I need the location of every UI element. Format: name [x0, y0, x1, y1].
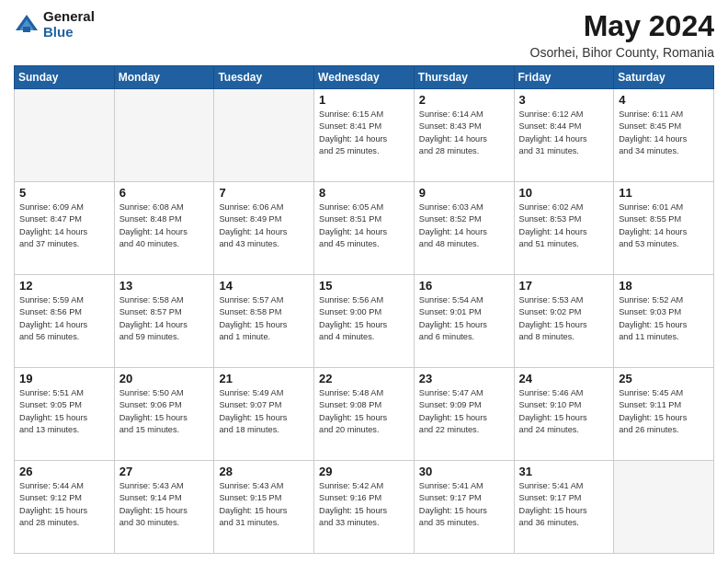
day-number: 19	[19, 372, 110, 385]
calendar-header-saturday: Saturday	[614, 66, 714, 89]
header: General Blue May 2024 Osorhei, Bihor Cou…	[14, 9, 714, 60]
day-info: Sunrise: 5:45 AM Sunset: 9:11 PM Dayligh…	[619, 387, 710, 436]
day-number: 12	[19, 279, 110, 293]
day-info: Sunrise: 5:58 AM Sunset: 8:57 PM Dayligh…	[119, 294, 210, 343]
calendar-cell: 11Sunrise: 6:01 AM Sunset: 8:55 PM Dayli…	[614, 182, 714, 275]
day-number: 24	[519, 372, 610, 385]
calendar-cell: 20Sunrise: 5:50 AM Sunset: 9:06 PM Dayli…	[114, 368, 214, 461]
logo-text: General Blue	[43, 9, 95, 40]
calendar-cell: 27Sunrise: 5:43 AM Sunset: 9:14 PM Dayli…	[114, 461, 214, 554]
day-info: Sunrise: 5:53 AM Sunset: 9:02 PM Dayligh…	[519, 294, 610, 343]
calendar-cell: 6Sunrise: 6:08 AM Sunset: 8:48 PM Daylig…	[114, 182, 214, 275]
calendar-cell: 5Sunrise: 6:09 AM Sunset: 8:47 PM Daylig…	[15, 182, 115, 275]
calendar-week-0: 1Sunrise: 6:15 AM Sunset: 8:41 PM Daylig…	[15, 89, 714, 182]
day-number: 5	[19, 186, 110, 200]
calendar-week-3: 19Sunrise: 5:51 AM Sunset: 9:05 PM Dayli…	[15, 368, 714, 461]
day-number: 17	[519, 279, 610, 293]
calendar-cell: 13Sunrise: 5:58 AM Sunset: 8:57 PM Dayli…	[114, 275, 214, 368]
day-number: 28	[219, 465, 310, 478]
day-info: Sunrise: 6:15 AM Sunset: 8:41 PM Dayligh…	[319, 109, 410, 157]
calendar-cell	[614, 461, 714, 554]
day-number: 18	[619, 279, 710, 293]
calendar-cell: 8Sunrise: 6:05 AM Sunset: 8:51 PM Daylig…	[314, 182, 415, 275]
calendar-cell: 22Sunrise: 5:48 AM Sunset: 9:08 PM Dayli…	[314, 368, 415, 461]
calendar-cell: 9Sunrise: 6:03 AM Sunset: 8:52 PM Daylig…	[414, 182, 514, 275]
svg-rect-2	[23, 27, 30, 32]
day-number: 20	[119, 372, 210, 385]
calendar-cell: 10Sunrise: 6:02 AM Sunset: 8:53 PM Dayli…	[514, 182, 614, 275]
calendar-cell: 25Sunrise: 5:45 AM Sunset: 9:11 PM Dayli…	[614, 368, 714, 461]
day-number: 11	[619, 186, 710, 200]
day-info: Sunrise: 5:52 AM Sunset: 9:03 PM Dayligh…	[619, 294, 710, 343]
day-info: Sunrise: 5:44 AM Sunset: 9:12 PM Dayligh…	[19, 480, 110, 529]
day-number: 21	[219, 372, 310, 385]
day-number: 25	[619, 372, 710, 385]
calendar-cell	[114, 89, 214, 182]
calendar-cell: 24Sunrise: 5:46 AM Sunset: 9:10 PM Dayli…	[514, 368, 614, 461]
day-info: Sunrise: 5:50 AM Sunset: 9:06 PM Dayligh…	[119, 387, 210, 436]
calendar-cell: 28Sunrise: 5:43 AM Sunset: 9:15 PM Dayli…	[214, 461, 314, 554]
day-info: Sunrise: 5:49 AM Sunset: 9:07 PM Dayligh…	[219, 387, 310, 436]
title-section: May 2024 Osorhei, Bihor County, Romania	[530, 9, 715, 60]
calendar-cell: 3Sunrise: 6:12 AM Sunset: 8:44 PM Daylig…	[514, 89, 614, 182]
day-info: Sunrise: 5:46 AM Sunset: 9:10 PM Dayligh…	[519, 387, 610, 436]
day-number: 6	[119, 186, 210, 200]
day-info: Sunrise: 5:54 AM Sunset: 9:01 PM Dayligh…	[419, 294, 510, 343]
calendar-cell: 30Sunrise: 5:41 AM Sunset: 9:17 PM Dayli…	[414, 461, 514, 554]
day-info: Sunrise: 5:42 AM Sunset: 9:16 PM Dayligh…	[319, 480, 410, 529]
day-number: 10	[519, 186, 610, 200]
day-info: Sunrise: 6:06 AM Sunset: 8:49 PM Dayligh…	[219, 201, 310, 250]
day-info: Sunrise: 5:47 AM Sunset: 9:09 PM Dayligh…	[419, 387, 510, 436]
day-info: Sunrise: 5:57 AM Sunset: 8:58 PM Dayligh…	[219, 294, 310, 343]
calendar-cell: 21Sunrise: 5:49 AM Sunset: 9:07 PM Dayli…	[214, 368, 314, 461]
calendar-cell: 31Sunrise: 5:41 AM Sunset: 9:17 PM Dayli…	[514, 461, 614, 554]
day-info: Sunrise: 5:43 AM Sunset: 9:14 PM Dayligh…	[119, 480, 210, 529]
day-info: Sunrise: 6:12 AM Sunset: 8:44 PM Dayligh…	[519, 109, 610, 157]
day-number: 31	[519, 465, 610, 478]
calendar-header-wednesday: Wednesday	[314, 66, 415, 89]
day-info: Sunrise: 5:43 AM Sunset: 9:15 PM Dayligh…	[219, 480, 310, 529]
calendar-cell: 2Sunrise: 6:14 AM Sunset: 8:43 PM Daylig…	[414, 89, 514, 182]
calendar-cell: 1Sunrise: 6:15 AM Sunset: 8:41 PM Daylig…	[314, 89, 415, 182]
calendar-week-2: 12Sunrise: 5:59 AM Sunset: 8:56 PM Dayli…	[15, 275, 714, 368]
day-number: 7	[219, 186, 310, 200]
day-info: Sunrise: 6:01 AM Sunset: 8:55 PM Dayligh…	[619, 201, 710, 250]
calendar-header-tuesday: Tuesday	[214, 66, 314, 89]
logo: General Blue	[14, 9, 95, 40]
day-info: Sunrise: 5:51 AM Sunset: 9:05 PM Dayligh…	[19, 387, 110, 436]
page: General Blue May 2024 Osorhei, Bihor Cou…	[0, 0, 728, 563]
calendar-week-1: 5Sunrise: 6:09 AM Sunset: 8:47 PM Daylig…	[15, 182, 714, 275]
calendar-cell: 4Sunrise: 6:11 AM Sunset: 8:45 PM Daylig…	[614, 89, 714, 182]
calendar-cell: 29Sunrise: 5:42 AM Sunset: 9:16 PM Dayli…	[314, 461, 415, 554]
day-number: 30	[419, 465, 510, 478]
day-number: 15	[319, 279, 410, 293]
calendar-cell: 23Sunrise: 5:47 AM Sunset: 9:09 PM Dayli…	[414, 368, 514, 461]
calendar-table: SundayMondayTuesdayWednesdayThursdayFrid…	[14, 65, 714, 554]
calendar-cell	[214, 89, 314, 182]
calendar-cell: 19Sunrise: 5:51 AM Sunset: 9:05 PM Dayli…	[15, 368, 115, 461]
calendar-cell: 15Sunrise: 5:56 AM Sunset: 9:00 PM Dayli…	[314, 275, 415, 368]
day-number: 16	[419, 279, 510, 293]
day-number: 3	[519, 93, 610, 107]
calendar-week-4: 26Sunrise: 5:44 AM Sunset: 9:12 PM Dayli…	[15, 461, 714, 554]
calendar-cell: 12Sunrise: 5:59 AM Sunset: 8:56 PM Dayli…	[15, 275, 115, 368]
day-number: 14	[219, 279, 310, 293]
calendar-cell: 14Sunrise: 5:57 AM Sunset: 8:58 PM Dayli…	[214, 275, 314, 368]
day-number: 26	[19, 465, 110, 478]
day-info: Sunrise: 6:05 AM Sunset: 8:51 PM Dayligh…	[319, 201, 410, 250]
calendar-cell: 16Sunrise: 5:54 AM Sunset: 9:01 PM Dayli…	[414, 275, 514, 368]
day-number: 23	[419, 372, 510, 385]
calendar-header-thursday: Thursday	[414, 66, 514, 89]
day-info: Sunrise: 6:08 AM Sunset: 8:48 PM Dayligh…	[119, 201, 210, 250]
calendar-header-sunday: Sunday	[15, 66, 115, 89]
day-number: 1	[319, 93, 410, 107]
main-title: May 2024	[530, 9, 715, 43]
calendar-cell	[15, 89, 115, 182]
subtitle: Osorhei, Bihor County, Romania	[530, 45, 715, 60]
logo-blue-text: Blue	[43, 25, 95, 40]
day-info: Sunrise: 5:41 AM Sunset: 9:17 PM Dayligh…	[519, 480, 610, 529]
day-info: Sunrise: 6:11 AM Sunset: 8:45 PM Dayligh…	[619, 109, 710, 157]
day-info: Sunrise: 5:41 AM Sunset: 9:17 PM Dayligh…	[419, 480, 510, 529]
logo-general-text: General	[43, 9, 95, 25]
day-number: 4	[619, 93, 710, 107]
